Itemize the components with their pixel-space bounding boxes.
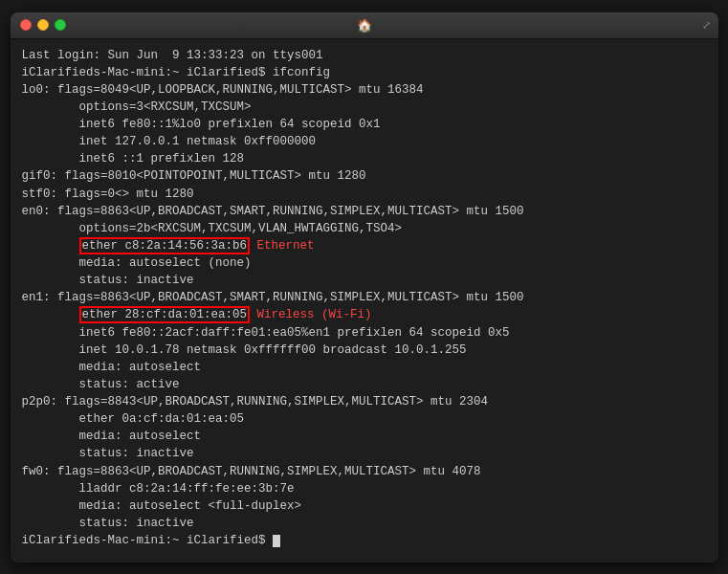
interface-label: Wireless (Wi-Fi) (250, 308, 372, 321)
terminal-line-en0-opts: options=2b<RXCSUM,TXCSUM,VLAN_HWTAGGING,… (22, 220, 707, 237)
terminal-line-en0-status: status: inactive (22, 272, 707, 289)
terminal-line-en1-status: status: active (22, 376, 707, 393)
terminal-line-lo0-inet6b: inet6 ::1 prefixlen 128 (22, 150, 707, 167)
mac-address-box: ether c8:2a:14:56:3a:b6 (79, 237, 251, 254)
resize-icon[interactable]: ⤢ (702, 19, 711, 32)
titlebar: 🏠 ⤢ (11, 12, 718, 39)
terminal-line-p2p0-ether: ether 0a:cf:da:01:ea:05 (22, 410, 707, 428)
close-button[interactable] (20, 19, 32, 31)
terminal-line-en0-ether: ether c8:2a:14:56:3a:b6 Ethernet (22, 237, 707, 254)
terminal-line-en1-ether: ether 28:cf:da:01:ea:05 Wireless (Wi-Fi) (22, 306, 707, 323)
maximize-button[interactable] (55, 19, 66, 31)
terminal-line-en1-media: media: autoselect (22, 359, 707, 376)
terminal-line-fw0-media: media: autoselect <full-duplex> (22, 497, 707, 515)
terminal-line-lo0: lo0: flags=8049<UP,LOOPBACK,RUNNING,MULT… (22, 81, 707, 99)
terminal-body[interactable]: Last login: Sun Jun 9 13:33:23 on ttys00… (11, 39, 718, 563)
terminal-line-p2p0-media: media: autoselect (22, 428, 707, 445)
terminal-line-en0-media: media: autoselect (none) (22, 254, 707, 272)
terminal-line-fw0-status: status: inactive (22, 515, 707, 532)
terminal-line-fw0-lladdr: lladdr c8:2a:14:ff:fe:ee:3b:7e (22, 480, 707, 497)
terminal-line-p2p0-status: status: inactive (22, 445, 707, 462)
mac-address-box: ether 28:cf:da:01:ea:05 (79, 306, 251, 323)
terminal-line-login: Last login: Sun Jun 9 13:33:23 on ttys00… (22, 47, 707, 64)
terminal-line-gif0: gif0: flags=8010<POINTOPOINT,MULTICAST> … (22, 167, 707, 185)
terminal-line-lo0-inet6a: inet6 fe80::1%lo0 prefixlen 64 scopeid 0… (22, 116, 707, 133)
terminal-line-lo0-opts: options=3<RXCSUM,TXCSUM> (22, 99, 707, 116)
terminal-line-p2p0: p2p0: flags=8843<UP,BROADCAST,RUNNING,SI… (22, 393, 707, 410)
terminal-line-en0: en0: flags=8863<UP,BROADCAST,SMART,RUNNI… (22, 203, 707, 220)
terminal-line-prompt2: iClarifieds-Mac-mini:~ iClarified$ (22, 532, 707, 549)
window-title: 🏠 (357, 18, 372, 33)
terminal-cursor (273, 535, 280, 547)
traffic-lights (20, 19, 66, 31)
terminal-line-en1-inet: inet 10.0.1.78 netmask 0xffffff00 broadc… (22, 342, 707, 359)
minimize-button[interactable] (37, 19, 49, 31)
interface-label: Ethernet (250, 239, 315, 253)
terminal-line-en1-inet6: inet6 fe80::2acf:daff:fe01:ea05%en1 pref… (22, 324, 707, 342)
terminal-line-lo0-inet: inet 127.0.0.1 netmask 0xff000000 (22, 133, 707, 150)
terminal-line-en1: en1: flags=8863<UP,BROADCAST,SMART,RUNNI… (22, 289, 707, 306)
terminal-line-stf0: stf0: flags=0<> mtu 1280 (22, 186, 707, 203)
terminal-window: 🏠 ⤢ Last login: Sun Jun 9 13:33:23 on tt… (11, 12, 718, 563)
terminal-line-fw0: fw0: flags=8863<UP,BROADCAST,RUNNING,SIM… (22, 463, 707, 480)
terminal-line-prompt1: iClarifieds-Mac-mini:~ iClarified$ ifcon… (22, 64, 707, 81)
house-icon: 🏠 (357, 18, 372, 33)
